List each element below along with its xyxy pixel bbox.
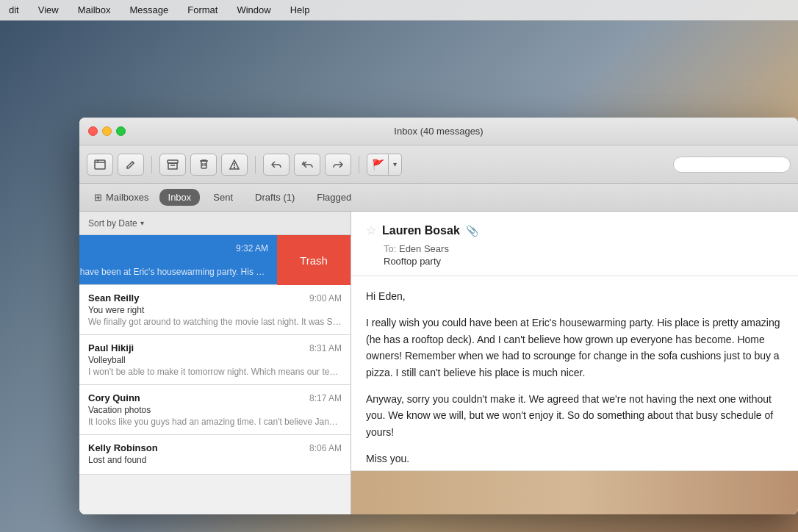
body-line-4: Miss you. <box>366 450 783 467</box>
message-wrapper-1: Trash Bosak 9:32 AM party I wish you cou… <box>79 235 351 285</box>
svg-rect-5 <box>168 163 177 169</box>
mailboxes-button[interactable]: ⊞ Mailboxes <box>88 190 155 205</box>
msg-header-3: Paul Hikiji 8:31 AM <box>88 342 342 353</box>
menu-window[interactable]: Window <box>234 3 273 17</box>
msg-header-4: Cory Quinn 8:17 AM <box>88 392 342 403</box>
junk-button[interactable] <box>221 154 248 176</box>
list-item[interactable]: Cory Quinn 8:17 AM Vacation photos It lo… <box>79 385 351 435</box>
message-wrapper-3: Paul Hikiji 8:31 AM Volleyball I won't b… <box>79 335 351 385</box>
search-input[interactable] <box>673 157 791 173</box>
svg-line-3 <box>132 162 134 163</box>
trash-button[interactable] <box>190 154 217 176</box>
msg-header-5: Kelly Robinson 8:06 AM <box>88 442 342 453</box>
flag-button[interactable]: 🚩 <box>367 154 389 176</box>
toolbar-sep-2 <box>255 156 256 173</box>
message-wrapper-2: Sean Reilly 9:00 AM You were right We fi… <box>79 285 351 335</box>
msg-header-2: Sean Reilly 9:00 AM <box>88 292 342 303</box>
to-address: Eden Sears <box>399 243 449 254</box>
menu-edit[interactable]: dit <box>6 3 22 17</box>
title-bar: Inbox (40 messages) <box>79 118 798 145</box>
maximize-button[interactable] <box>116 126 126 136</box>
reply-button[interactable] <box>263 154 290 176</box>
menu-view[interactable]: View <box>35 3 62 17</box>
mailboxes-icon: ⊞ <box>94 192 102 203</box>
mailboxes-label: Mailboxes <box>106 192 149 203</box>
toolbar: 🚩 ▾ <box>79 145 798 184</box>
msg-sender-2: Sean Reilly <box>88 292 139 303</box>
svg-rect-8 <box>201 161 206 168</box>
msg-preview-4: It looks like you guys had an amazing ti… <box>88 417 342 427</box>
tab-sent[interactable]: Sent <box>204 189 242 206</box>
star-icon[interactable]: ☆ <box>366 223 376 237</box>
msg-sender-5: Kelly Robinson <box>88 442 158 453</box>
traffic-lights <box>88 126 126 136</box>
msg-subject-2: You were right <box>88 305 342 315</box>
list-item[interactable]: Bosak 9:32 AM party I wish you could hav… <box>79 235 277 285</box>
menu-help[interactable]: Help <box>287 3 313 17</box>
body-line-3: Anyway, sorry you couldn't make it. We a… <box>366 391 783 440</box>
msg-time-1: 9:32 AM <box>236 243 268 254</box>
menu-format[interactable]: Format <box>184 3 220 17</box>
menu-bar-items: dit View Mailbox Message Format Window H… <box>6 3 312 17</box>
msg-sender-4: Cory Quinn <box>88 392 140 403</box>
list-item[interactable]: Kelly Robinson 8:06 AM Lost and found <box>79 435 351 475</box>
paperclip-icon: 📎 <box>466 225 478 237</box>
list-item[interactable]: Sean Reilly 9:00 AM You were right We fi… <box>79 285 351 335</box>
tab-flagged[interactable]: Flagged <box>308 189 360 206</box>
archive-button[interactable] <box>159 154 186 176</box>
msg-subject-5: Lost and found <box>88 455 342 465</box>
list-item[interactable]: Paul Hikiji 8:31 AM Volleyball I won't b… <box>79 335 351 385</box>
toolbar-sep-1 <box>151 156 152 173</box>
email-to: To: Eden Sears <box>384 243 783 254</box>
svg-rect-0 <box>95 160 105 169</box>
tab-inbox[interactable]: Inbox <box>159 189 201 206</box>
email-header: ☆ Lauren Bosak 📎 To: Eden Sears Rooftop … <box>351 212 798 276</box>
msg-time-2: 9:00 AM <box>309 293 342 303</box>
msg-subject-3: Volleyball <box>88 355 342 365</box>
msg-preview-2: We finally got around to watching the mo… <box>88 317 342 327</box>
to-label: To: <box>384 243 399 254</box>
msg-time-5: 8:06 AM <box>309 443 342 453</box>
main-content: Sort by Date ▾ Trash Bosak 9:32 AM party… <box>79 212 798 514</box>
msg-time-3: 8:31 AM <box>309 343 342 353</box>
msg-sender-3: Paul Hikiji <box>88 342 134 353</box>
flag-button-group: 🚩 ▾ <box>367 154 402 176</box>
body-line-1: Hi Eden, <box>366 288 783 304</box>
minimize-button[interactable] <box>102 126 112 136</box>
compose-button[interactable] <box>87 154 113 176</box>
email-subject-row: ☆ Lauren Bosak 📎 <box>366 223 783 237</box>
msg-time-4: 8:17 AM <box>309 393 342 403</box>
flag-dropdown[interactable]: ▾ <box>389 154 402 176</box>
email-subject: Rooftop party <box>384 256 783 267</box>
reply-all-button[interactable] <box>294 154 320 176</box>
forward-button[interactable] <box>325 154 351 176</box>
edit-compose-button[interactable] <box>118 154 144 176</box>
body-line-2: I really wish you could have been at Eri… <box>366 314 783 381</box>
close-button[interactable] <box>88 126 98 136</box>
menu-bar: dit View Mailbox Message Format Window H… <box>0 0 798 21</box>
email-from: Lauren Bosak <box>382 224 460 237</box>
tab-bar: ⊞ Mailboxes Inbox Sent Drafts (1) Flagge… <box>79 184 798 212</box>
email-images <box>351 470 798 514</box>
message-wrapper-5: Kelly Robinson 8:06 AM Lost and found <box>79 435 351 475</box>
menu-mailbox[interactable]: Mailbox <box>75 3 114 17</box>
tab-drafts[interactable]: Drafts (1) <box>246 189 303 206</box>
sort-bar[interactable]: Sort by Date ▾ <box>79 212 351 235</box>
message-wrapper-4: Cory Quinn 8:17 AM Vacation photos It lo… <box>79 385 351 435</box>
msg-preview-1: I wish you could have been at Eric's hou… <box>79 267 268 277</box>
msg-subject-1: party <box>79 255 268 265</box>
msg-preview-3: I won't be able to make it tomorrow nigh… <box>88 367 342 377</box>
msg-header-1: Bosak 9:32 AM <box>79 242 268 254</box>
svg-point-13 <box>234 167 235 168</box>
email-body: Hi Eden, I really wish you could have be… <box>351 276 798 470</box>
email-detail: ☆ Lauren Bosak 📎 To: Eden Sears Rooftop … <box>351 212 798 514</box>
mail-window: Inbox (40 messages) <box>79 118 798 514</box>
menu-message[interactable]: Message <box>126 3 171 17</box>
sort-arrow-icon: ▾ <box>140 219 144 227</box>
message-items: Trash Bosak 9:32 AM party I wish you cou… <box>79 235 351 514</box>
window-title: Inbox (40 messages) <box>394 126 483 137</box>
sort-label: Sort by Date <box>88 218 137 229</box>
msg-subject-4: Vacation photos <box>88 405 342 415</box>
email-meta: To: Eden Sears Rooftop party <box>384 243 783 267</box>
trash-action[interactable]: Trash <box>277 235 351 285</box>
